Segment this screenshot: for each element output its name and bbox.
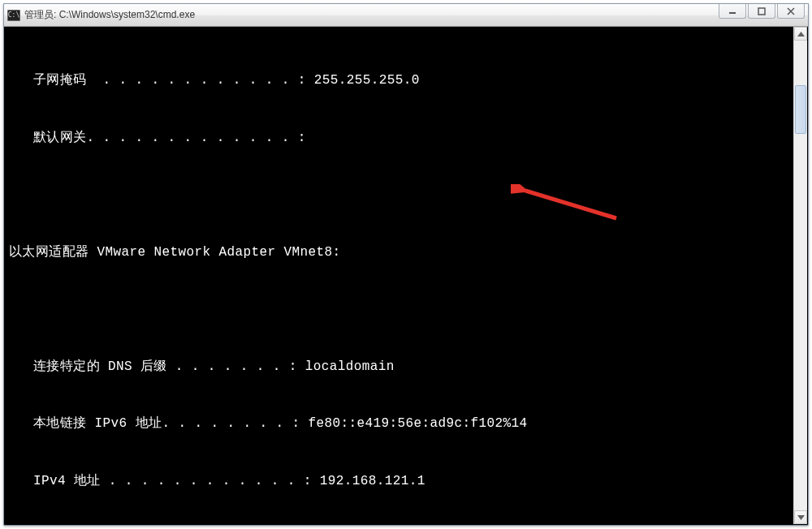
window-controls [719,4,805,26]
term-line: 默认网关. . . . . . . . . . . . . : [9,129,788,148]
term-line: 以太网适配器 VMware Network Adapter VMnet8: [9,243,788,263]
scrollbar-track[interactable] [794,41,807,510]
minimize-button[interactable] [719,4,746,19]
cmd-window: C:\ 管理员: C:\Windows\system32\cmd.exe 子网掩… [3,3,809,526]
svg-rect-0 [729,12,736,14]
window-title: 管理员: C:\Windows\system32\cmd.exe [24,8,719,22]
term-line: 子网掩码 . . . . . . . . . . . . : 255.255.2… [9,71,788,91]
terminal-output[interactable]: 子网掩码 . . . . . . . . . . . . : 255.255.2… [9,32,788,520]
maximize-icon [757,7,767,15]
term-line: 本地链接 IPv6 地址. . . . . . . . : fe80::e419… [9,415,788,434]
term-line [9,300,788,320]
term-line [9,186,788,205]
chevron-up-icon [797,32,805,37]
close-icon [786,7,796,15]
svg-rect-1 [758,8,765,15]
cmd-icon-label: C:\ [8,12,19,19]
maximize-button[interactable] [748,4,775,19]
close-button[interactable] [777,4,805,19]
term-line: IPv4 地址 . . . . . . . . . . . . : 192.16… [9,472,788,492]
scroll-down-button[interactable] [794,510,807,524]
titlebar[interactable]: C:\ 管理员: C:\Windows\system32\cmd.exe [4,4,808,27]
chevron-down-icon [797,515,805,520]
scroll-up-button[interactable] [794,27,807,41]
term-line: 连接特定的 DNS 后缀 . . . . . . . : localdomain [9,358,788,377]
minimize-icon [728,7,737,15]
vertical-scrollbar[interactable] [793,27,807,524]
scrollbar-thumb[interactable] [795,85,806,134]
cmd-icon: C:\ [7,10,20,21]
